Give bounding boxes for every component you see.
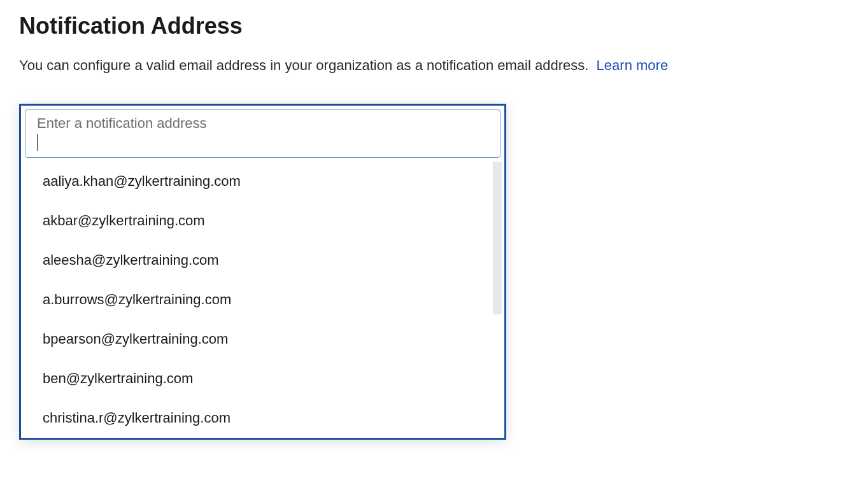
suggestion-item[interactable]: bpearson@zylkertraining.com [24, 319, 502, 359]
suggestion-item[interactable]: aleesha@zylkertraining.com [24, 241, 502, 280]
suggestions-list: aaliya.khan@zylkertraining.com akbar@zyl… [24, 162, 502, 438]
suggestion-item[interactable]: christina.r@zylkertraining.com [24, 398, 502, 438]
text-cursor [37, 134, 38, 151]
scrollbar[interactable] [493, 162, 502, 314]
suggestion-item[interactable]: akbar@zylkertraining.com [24, 201, 502, 241]
suggestion-item[interactable]: aaliya.khan@zylkertraining.com [24, 162, 502, 201]
suggestion-item[interactable]: a.burrows@zylkertraining.com [24, 280, 502, 319]
page-title: Notification Address [19, 13, 833, 39]
learn-more-link[interactable]: Learn more [597, 57, 669, 73]
page-description-text: You can configure a valid email address … [19, 57, 588, 73]
notification-address-dropdown: Enter a notification address aaliya.khan… [19, 104, 506, 440]
notification-address-input-wrapper[interactable]: Enter a notification address [25, 109, 501, 158]
notification-address-input-label: Enter a notification address [37, 115, 488, 132]
page-description: You can configure a valid email address … [19, 55, 833, 76]
suggestion-item[interactable]: ben@zylkertraining.com [24, 359, 502, 398]
